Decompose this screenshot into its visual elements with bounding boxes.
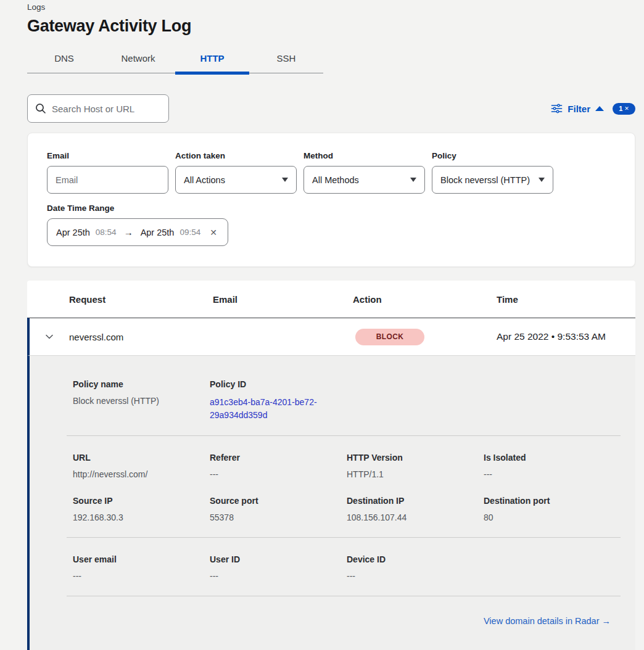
policy-id-link[interactable]: a91c3eb4-ba7a-4201-be72-29a934dd359d xyxy=(210,396,328,422)
action-filter-select[interactable]: All Actions xyxy=(175,166,297,194)
status-badge: BLOCK xyxy=(355,329,424,345)
page-title: Gateway Activity Log xyxy=(27,17,635,36)
col-action: Action xyxy=(353,294,497,305)
section-divider xyxy=(67,596,621,596)
email-filter-box xyxy=(47,166,168,194)
filter-count-badge[interactable]: 1 ✕ xyxy=(613,103,635,115)
source-port-value: 55378 xyxy=(210,512,347,522)
destination-ip-label: Destination IP xyxy=(347,496,484,506)
chevron-down-icon xyxy=(410,178,416,182)
search-input[interactable] xyxy=(52,104,161,114)
row-action-cell: BLOCK xyxy=(353,329,497,345)
daterange-label: Date Time Range xyxy=(47,204,616,213)
http-version-label: HTTP Version xyxy=(347,453,484,463)
url-label: URL xyxy=(73,453,210,463)
daterange-picker[interactable]: Apr 25th 08:54 → Apr 25th 09:54 ✕ xyxy=(47,218,228,246)
destination-port-field: Destination port 80 xyxy=(484,496,621,522)
destination-ip-field: Destination IP 108.156.107.44 xyxy=(347,496,484,522)
table-header: Request Email Action Time xyxy=(27,281,635,318)
chevron-down-icon xyxy=(44,332,54,342)
policy-name-field: Policy name Block neverssl (HTTP) xyxy=(73,379,210,422)
source-port-field: Source port 55378 xyxy=(210,496,347,522)
user-email-value: --- xyxy=(73,571,210,581)
tab-dns[interactable]: DNS xyxy=(27,46,101,73)
user-email-field: User email --- xyxy=(73,554,210,581)
device-id-field: Device ID --- xyxy=(347,554,621,581)
action-filter-label: Action taken xyxy=(175,151,297,160)
row-expand-toggle[interactable] xyxy=(30,332,69,342)
url-field: URL http://neverssl.com/ xyxy=(73,453,210,479)
daterange-clear-icon[interactable]: ✕ xyxy=(210,228,217,237)
col-request: Request xyxy=(69,294,213,305)
is-isolated-label: Is Isolated xyxy=(484,453,621,463)
filter-field-policy: Policy Block neverssl (HTTP) xyxy=(432,151,553,194)
search-box xyxy=(27,94,169,123)
gateway-activity-log-page: Logs Gateway Activity Log DNS Network HT… xyxy=(0,0,644,650)
source-port-label: Source port xyxy=(210,496,347,506)
referer-field: Referer --- xyxy=(210,453,347,479)
source-ip-value: 192.168.30.3 xyxy=(73,512,210,522)
referer-label: Referer xyxy=(210,453,347,463)
policy-name-label: Policy name xyxy=(73,379,210,389)
is-isolated-value: --- xyxy=(484,469,621,479)
method-filter-select[interactable]: All Methods xyxy=(303,166,425,194)
is-isolated-field: Is Isolated --- xyxy=(484,453,621,479)
destination-ip-value: 108.156.107.44 xyxy=(347,512,484,522)
http-version-field: HTTP Version HTTP/1.1 xyxy=(347,453,484,479)
policy-section: Policy name Block neverssl (HTTP) Policy… xyxy=(73,379,621,422)
policy-filter-label: Policy xyxy=(432,151,553,160)
table-row[interactable]: neverssl.com BLOCK Apr 25 2022 • 9:53:53… xyxy=(27,318,635,356)
daterange-end-date: Apr 25th xyxy=(141,228,175,237)
source-ip-label: Source IP xyxy=(73,496,210,506)
tab-http[interactable]: HTTP xyxy=(175,46,249,73)
breadcrumb[interactable]: Logs xyxy=(27,2,635,12)
tab-ssh[interactable]: SSH xyxy=(249,46,323,73)
log-type-tabs: DNS Network HTTP SSH xyxy=(27,46,323,73)
toolbar: Filter 1 ✕ xyxy=(27,94,635,123)
chevron-down-icon xyxy=(282,178,288,182)
radar-link[interactable]: View domain details in Radar → xyxy=(484,616,611,626)
filter-row-fields: Email Action taken All Actions Method Al… xyxy=(47,151,616,194)
filter-panel: Email Action taken All Actions Method Al… xyxy=(27,133,635,267)
collapse-caret-icon xyxy=(595,106,604,111)
badge-dismiss-icon[interactable]: ✕ xyxy=(624,105,629,112)
radar-link-row: View domain details in Radar → xyxy=(73,615,621,627)
policy-id-field: Policy ID a91c3eb4-ba7a-4201-be72-29a934… xyxy=(210,379,621,422)
request-section: URL http://neverssl.com/ Referer --- HTT… xyxy=(73,453,621,522)
filter-field-method: Method All Methods xyxy=(303,151,425,194)
filter-field-action: Action taken All Actions xyxy=(175,151,297,194)
user-id-field: User ID --- xyxy=(210,554,347,581)
device-id-label: Device ID xyxy=(347,554,621,564)
section-divider xyxy=(67,435,621,436)
filter-count: 1 xyxy=(619,105,622,112)
filter-field-daterange: Date Time Range Apr 25th 08:54 → Apr 25t… xyxy=(47,204,616,246)
arrow-right-icon: → xyxy=(122,227,135,237)
user-id-label: User ID xyxy=(210,554,347,564)
policy-name-value: Block neverssl (HTTP) xyxy=(73,396,210,406)
method-filter-value: All Methods xyxy=(312,175,359,185)
destination-port-value: 80 xyxy=(484,512,621,522)
email-filter-input[interactable] xyxy=(56,175,160,185)
col-email: Email xyxy=(213,294,353,305)
user-email-label: User email xyxy=(73,554,210,564)
policy-filter-select[interactable]: Block neverssl (HTTP) xyxy=(432,166,553,194)
chevron-down-icon xyxy=(539,178,545,182)
daterange-end-time: 09:54 xyxy=(180,228,200,237)
row-details-panel: Policy name Block neverssl (HTTP) Policy… xyxy=(27,356,635,650)
filter-label: Filter xyxy=(568,104,590,114)
filter-field-email: Email xyxy=(47,151,168,194)
referer-value: --- xyxy=(210,469,347,479)
method-filter-label: Method xyxy=(303,151,425,160)
search-icon xyxy=(35,103,46,114)
row-request: neverssl.com xyxy=(69,332,213,342)
policy-id-label: Policy ID xyxy=(210,379,621,389)
filter-toggle[interactable]: Filter 1 ✕ xyxy=(551,103,635,115)
tab-network[interactable]: Network xyxy=(101,46,175,73)
action-filter-value: All Actions xyxy=(184,175,225,185)
source-ip-field: Source IP 192.168.30.3 xyxy=(73,496,210,522)
policy-filter-value: Block neverssl (HTTP) xyxy=(440,175,530,185)
filter-sliders-icon xyxy=(551,103,563,114)
email-filter-label: Email xyxy=(47,151,168,160)
url-value: http://neverssl.com/ xyxy=(73,469,210,479)
user-section: User email --- User ID --- Device ID --- xyxy=(73,554,621,581)
